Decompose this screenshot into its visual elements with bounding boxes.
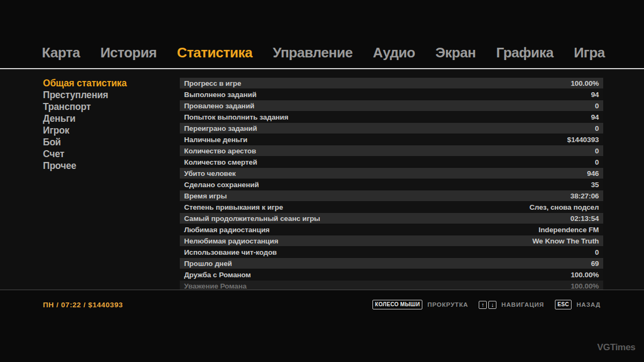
- stat-value: 0: [595, 124, 599, 132]
- stat-row: Прогресс в игре100.00%: [180, 78, 603, 88]
- stat-row: Дружба с Романом100.00%: [180, 269, 603, 280]
- tab-item[interactable]: Графика: [496, 44, 553, 61]
- stat-value: 35: [591, 181, 599, 189]
- stat-row: Переиграно заданий0: [180, 123, 603, 134]
- stat-row: Провалено заданий0: [180, 100, 603, 111]
- keycap: КОЛЕСО МЫШИ: [372, 300, 423, 309]
- tab-item[interactable]: Управление: [273, 44, 353, 61]
- sidebar-item[interactable]: Транспорт: [43, 101, 172, 113]
- stat-label: Время игры: [184, 192, 227, 200]
- stat-row: Уважение Романа100.00%: [180, 280, 603, 290]
- up-arrow-key-icon: ↑: [479, 301, 487, 309]
- top-tab-bar: КартаИсторияСтатистикаУправлениеАудиоЭкр…: [42, 44, 605, 61]
- stat-value: $1440393: [567, 136, 599, 144]
- stat-row: Любимая радиостанцияIndependence FM: [180, 224, 603, 235]
- stat-label: Дружба с Романом: [184, 271, 251, 279]
- game-status-text: ПН / 07:22 / $1440393: [43, 301, 123, 309]
- stat-label: Количество смертей: [184, 158, 257, 166]
- sidebar-item[interactable]: Счет: [43, 148, 172, 160]
- control-hint: КОЛЕСО МЫШИПРОКРУТКА: [372, 300, 469, 309]
- stat-value: 946: [587, 169, 599, 178]
- stat-label: Использование чит-кодов: [184, 248, 277, 256]
- stat-value: Independence FM: [538, 226, 599, 234]
- stat-label: Провалено заданий: [184, 102, 254, 110]
- stat-label: Наличные деньги: [184, 136, 247, 144]
- control-hint: ESCНАЗАД: [555, 300, 601, 309]
- stat-row: Попыток выполнить задания94: [180, 112, 603, 122]
- down-arrow-key-icon: ↓: [488, 301, 496, 309]
- sidebar-item[interactable]: Деньги: [43, 113, 172, 124]
- keycap-group: КОЛЕСО МЫШИ: [372, 300, 423, 309]
- stat-value: Слез, снова подсел: [529, 203, 599, 211]
- tab-item[interactable]: Игра: [574, 44, 605, 61]
- footer-divider: [0, 290, 644, 290]
- hint-action-label: НАВИГАЦИЯ: [501, 301, 544, 308]
- vgtimes-watermark: VGTimes: [597, 342, 635, 353]
- stat-value: 0: [595, 102, 599, 110]
- keycap-group: ESC: [555, 300, 572, 309]
- stat-value: 100.00%: [570, 271, 599, 279]
- stat-value: 02:13:54: [570, 215, 599, 223]
- stat-label: Выполнено заданий: [184, 91, 257, 99]
- stat-label: Сделано сохранений: [184, 181, 259, 189]
- hint-action-label: ПРОКРУТКА: [427, 301, 468, 308]
- stats-category-sidebar: Общая статистикаПреступленияТранспортДен…: [43, 77, 172, 172]
- tab-item[interactable]: История: [100, 44, 157, 61]
- stat-row: Наличные деньги$1440393: [180, 134, 603, 145]
- stat-row: Использование чит-кодов0: [180, 247, 603, 257]
- stat-label: Попыток выполнить задания: [184, 113, 288, 121]
- stat-value: 94: [591, 91, 599, 99]
- stat-label: Убито человек: [184, 169, 236, 178]
- stat-value: We Know The Truth: [532, 237, 599, 245]
- tab-item[interactable]: Экран: [435, 44, 475, 61]
- stat-row: Количество арестов0: [180, 145, 603, 156]
- stat-label: Количество арестов: [184, 147, 256, 155]
- stat-value: 0: [595, 147, 599, 155]
- stat-label: Уважение Романа: [184, 282, 246, 290]
- stat-row: Сделано сохранений35: [180, 179, 603, 190]
- stat-value: 0: [595, 158, 599, 166]
- keycap-group: ↑↓: [479, 301, 496, 309]
- stats-list[interactable]: Прогресс в игре100.00%Выполнено заданий9…: [180, 78, 603, 290]
- hint-action-label: НАЗАД: [576, 301, 601, 308]
- stat-row: Убито человек946: [180, 168, 603, 179]
- sidebar-item[interactable]: Прочее: [43, 160, 172, 172]
- stat-row: Прошло дней69: [180, 258, 603, 269]
- pause-menu-screen: КартаИсторияСтатистикаУправлениеАудиоЭкр…: [0, 0, 644, 362]
- control-hint: ↑↓НАВИГАЦИЯ: [479, 301, 544, 309]
- stat-value: 100.00%: [570, 79, 599, 87]
- stat-row: Выполнено заданий94: [180, 89, 603, 100]
- stat-value: 94: [591, 113, 599, 121]
- sidebar-item[interactable]: Общая статистика: [43, 77, 172, 89]
- tab-item[interactable]: Карта: [42, 44, 80, 61]
- sidebar-item[interactable]: Бой: [43, 136, 172, 148]
- stat-label: Прогресс в игре: [184, 79, 241, 87]
- tab-item[interactable]: Статистика: [177, 44, 252, 61]
- stat-label: Прошло дней: [184, 260, 232, 268]
- tab-item[interactable]: Аудио: [373, 44, 415, 61]
- stat-label: Переиграно заданий: [184, 124, 257, 132]
- sidebar-item[interactable]: Игрок: [43, 124, 172, 136]
- stat-row: Самый продолжительный сеанс игры02:13:54: [180, 213, 603, 224]
- stat-value: 0: [595, 248, 599, 256]
- header-divider: [0, 68, 644, 69]
- sidebar-item[interactable]: Преступления: [43, 89, 172, 101]
- stat-label: Любимая радиостанция: [184, 226, 269, 234]
- stat-row: Нелюбимая радиостанцияWe Know The Truth: [180, 235, 603, 246]
- stat-label: Нелюбимая радиостанция: [184, 237, 279, 245]
- stat-label: Степень привыкания к игре: [184, 203, 283, 211]
- stat-value: 100.00%: [570, 282, 599, 290]
- stat-row: Количество смертей0: [180, 157, 603, 167]
- keycap: ESC: [555, 300, 572, 309]
- stat-row: Степень привыкания к игреСлез, снова под…: [180, 202, 603, 212]
- stat-row: Время игры38:27:06: [180, 190, 603, 201]
- stat-label: Самый продолжительный сеанс игры: [184, 215, 320, 223]
- stat-value: 38:27:06: [570, 192, 599, 200]
- stat-value: 69: [591, 260, 599, 268]
- control-hints: КОЛЕСО МЫШИПРОКРУТКА↑↓НАВИГАЦИЯESCНАЗАД: [372, 300, 601, 309]
